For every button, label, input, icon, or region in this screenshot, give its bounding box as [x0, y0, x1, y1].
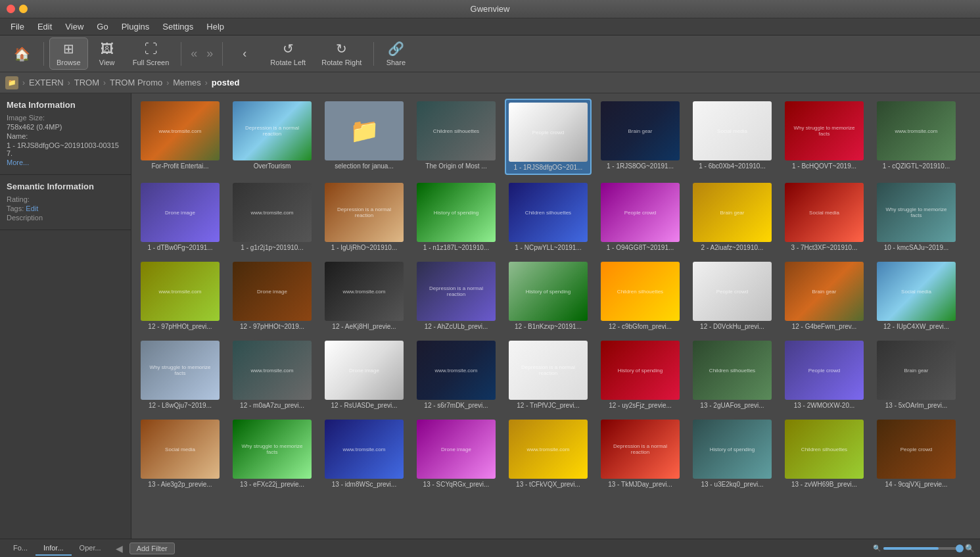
window-buttons — [7, 5, 28, 13]
slider-thumb[interactable] — [956, 545, 964, 552]
thumbnail-label: 13 - Aie3g2p_previe... — [141, 481, 220, 488]
thumbnail-item[interactable]: Children silhouettes12 - c9bGfom_previ..… — [597, 259, 684, 333]
thumbnail-item[interactable]: People crowd1 - 1RJS8dfgOG~201... — [505, 99, 592, 175]
thumbnail-item[interactable]: www.tromsite.com1 - cQZlGTL~201910... — [873, 99, 960, 175]
thumbnail-item[interactable]: Drone image12 - 97pHHOt~2019... — [229, 259, 315, 333]
thumbnail-item[interactable]: Social media12 - IUpC4XW_previ... — [873, 259, 960, 333]
breadcrumb-trom-promo[interactable]: TROM Promo — [110, 78, 162, 87]
status-tab-fo[interactable]: Fo... — [5, 541, 35, 556]
thumbnail-item[interactable]: www.tromsite.com13 - idm8WSc_previ... — [321, 417, 408, 491]
minimize-button[interactable] — [19, 5, 28, 13]
browse-icon: ⊞ — [63, 41, 74, 57]
thumbnail-item[interactable]: www.tromsite.comFor-Profit Entertai... — [137, 99, 223, 175]
thumbnail-item[interactable]: Brain gear13 - 5xOArlm_previ... — [873, 338, 960, 412]
thumbnail-item[interactable]: Brain gear1 - 1RJS8OG~20191... — [597, 99, 684, 175]
thumbnail-image: History of spending — [509, 262, 588, 321]
thumbnail-item[interactable]: www.tromsite.com1 - g1r2j1p~201910... — [229, 180, 315, 254]
thumbnail-image: 📁 — [325, 101, 404, 160]
thumbnail-label: 1 - 6bc0Xb4~201910... — [693, 162, 772, 170]
thumbnail-label: 1 - dTBw0Fg~20191... — [141, 244, 220, 251]
image-size-label: Image Size: — [7, 114, 45, 122]
thumbnail-item[interactable]: www.tromsite.com12 - s6r7mDK_previ... — [413, 338, 500, 412]
breadcrumb-posted[interactable]: posted — [212, 78, 240, 87]
thumbnail-item[interactable]: Why struggle to memorize facts12 - L8wQj… — [137, 338, 223, 412]
thumbnail-item[interactable]: People crowd14 - 9cqjVXj_previe... — [873, 417, 960, 491]
thumbnail-item[interactable]: Social media13 - Aie3g2p_previe... — [137, 417, 223, 491]
thumbnail-image: People crowd — [785, 341, 864, 400]
breadcrumb-memes[interactable]: Memes — [173, 78, 201, 87]
thumbnail-item[interactable]: History of spending13 - u3E2kq0_previ... — [689, 417, 776, 491]
menu-file[interactable]: File — [5, 20, 30, 33]
thumbnail-item[interactable]: Depression is a normal reaction1 - IgUjR… — [321, 180, 408, 254]
content-area: www.tromsite.comFor-Profit Entertai...De… — [131, 93, 980, 539]
thumbnail-item[interactable]: Social media1 - 6bc0Xb4~201910... — [689, 99, 776, 175]
thumbnail-item[interactable]: Children silhouettes13 - zvWH69B_previ..… — [781, 417, 868, 491]
thumbnail-item[interactable]: Depression is a normal reactionOverTouri… — [229, 99, 315, 175]
slider-track[interactable] — [883, 547, 962, 550]
menu-view[interactable]: View — [60, 20, 89, 33]
status-tab-info[interactable]: Infor... — [35, 541, 72, 556]
menu-edit[interactable]: Edit — [32, 20, 57, 33]
fullscreen-button[interactable]: ⛶ Full Screen — [126, 39, 176, 69]
thumbnail-item[interactable]: People crowd1 - O94GG8T~20191... — [597, 180, 684, 254]
thumbnail-item[interactable]: Children silhouettes1 - NCpwYLL~20191... — [505, 180, 592, 254]
thumbnail-item[interactable]: www.tromsite.com12 - AeKj8HI_previe... — [321, 259, 408, 333]
nav-back-status-button[interactable]: ◀ — [112, 541, 127, 556]
thumbnail-item[interactable]: Why struggle to memorize facts13 - eFXc2… — [229, 417, 315, 491]
thumbnail-label: 12 - uy2sFjz_previe... — [601, 402, 680, 409]
thumbnail-label: 12 - 97pHHOt~2019... — [233, 323, 312, 330]
thumbnail-item[interactable]: Brain gear2 - A2iuafz~201910... — [689, 180, 776, 254]
thumbnail-item[interactable]: Depression is a normal reaction12 - AhZc… — [413, 259, 500, 333]
menu-settings[interactable]: Settings — [157, 20, 198, 33]
thumbnail-item[interactable]: People crowd12 - D0VckHu_previ... — [689, 259, 776, 333]
thumbnail-item[interactable]: www.tromsite.com12 - 97pHHOt_previ... — [137, 259, 223, 333]
thumbnail-item[interactable]: History of spending1 - n1z187L~201910... — [413, 180, 500, 254]
rotate-left-button[interactable]: ↺ Rotate Left — [264, 38, 312, 69]
nav-forward-button[interactable]: » — [202, 44, 217, 63]
thumbnail-label: 12 - TnPfVJC_previ... — [509, 402, 588, 409]
nav-prev-button[interactable]: ‹ — [228, 44, 261, 63]
thumbnail-item[interactable]: Social media3 - 7Hct3XF~201910... — [781, 180, 868, 254]
thumbnail-item[interactable]: Drone image13 - SCYqRGx_previ... — [413, 417, 500, 491]
thumbnail-item[interactable]: www.tromsite.com13 - tCFkVQX_previ... — [505, 417, 592, 491]
breadcrumb-trom[interactable]: TROM — [74, 78, 99, 87]
rotate-right-button[interactable]: ↻ Rotate Right — [315, 38, 368, 69]
thumbnail-item[interactable]: Children silhouettes13 - 2gUAFos_previ..… — [689, 338, 776, 412]
share-button[interactable]: 🔗 Share — [379, 38, 412, 69]
more-link[interactable]: More... — [7, 158, 29, 166]
thumbnail-item[interactable]: Depression is a normal reaction13 - TkMJ… — [597, 417, 684, 491]
thumbnail-item[interactable]: Drone image12 - RsUASDe_previ... — [321, 338, 408, 412]
view-button[interactable]: 🖼 View — [91, 39, 124, 69]
thumbnail-item[interactable]: Drone image1 - dTBw0Fg~20191... — [137, 180, 223, 254]
thumbnail-item[interactable]: www.tromsite.com12 - m0aA7zu_previ... — [229, 338, 315, 412]
nav-back-button[interactable]: « — [187, 44, 201, 63]
add-filter-button[interactable]: Add Filter — [129, 543, 175, 554]
close-button[interactable] — [7, 5, 15, 13]
thumbnail-image: Social media — [785, 183, 864, 242]
browse-button[interactable]: ⊞ Browse — [49, 37, 88, 70]
thumbnail-label: 1 - g1r2j1p~201910... — [233, 244, 312, 251]
home-button[interactable]: 🏠 — [5, 43, 38, 64]
thumbnail-item[interactable]: Depression is a normal reaction12 - TnPf… — [505, 338, 592, 412]
menu-plugins[interactable]: Plugins — [116, 20, 155, 33]
thumbnail-item[interactable]: History of spending12 - uy2sFjz_previe..… — [597, 338, 684, 412]
status-tab-oper[interactable]: Oper... — [72, 541, 109, 556]
thumbnail-image: Brain gear — [601, 101, 680, 160]
thumbnail-label: 13 - tCFkVQX_previ... — [509, 481, 588, 488]
thumbnail-item[interactable]: People crowd13 - 2WMOtXW-20... — [781, 338, 868, 412]
breadcrumb-home-icon[interactable]: 📁 — [5, 76, 18, 89]
thumbnail-label: 12 - s6r7mDK_previ... — [417, 402, 496, 409]
tags-edit[interactable]: Edit — [26, 205, 38, 212]
thumbnail-image: History of spending — [601, 341, 680, 400]
thumbnail-item[interactable]: Brain gear12 - G4beFwm_prev... — [781, 259, 868, 333]
thumbnail-item[interactable]: 📁selection for janua... — [321, 99, 408, 175]
thumbnail-item[interactable]: Children silhouettesThe Origin of Most .… — [413, 99, 500, 175]
thumbnail-item[interactable]: History of spending12 - B1nKzxp~20191... — [505, 259, 592, 333]
meta-title: Meta Information — [7, 100, 124, 110]
thumbnail-image: History of spending — [693, 420, 772, 479]
menu-help[interactable]: Help — [201, 20, 229, 33]
thumbnail-item[interactable]: Why struggle to memorize facts1 - BcHQOV… — [781, 99, 868, 175]
menu-go[interactable]: Go — [91, 20, 113, 33]
thumbnail-item[interactable]: Why struggle to memorize facts10 - kmcSA… — [873, 180, 960, 254]
breadcrumb-extern[interactable]: EXTERN — [29, 78, 64, 87]
